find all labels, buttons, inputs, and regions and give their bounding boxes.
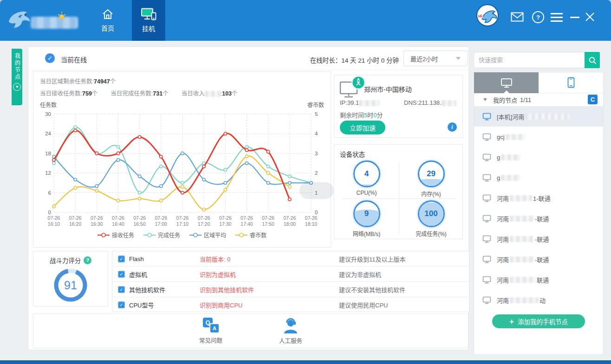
redacted-node-name — [525, 114, 569, 120]
bottom-strip — [0, 360, 611, 364]
svg-text:07-26: 07-26 — [176, 215, 189, 221]
titlebar: 首页 挂机 Hi ? — [0, 0, 611, 41]
node-name: 河南动 — [497, 296, 546, 305]
line-chart[interactable]: 302418126054321007-2616:1007-2616:2007-2… — [40, 109, 324, 228]
node-list-item[interactable]: g — [474, 147, 603, 167]
node-name-suffix: 动 — [540, 296, 546, 305]
monitor-icon — [482, 317, 491, 319]
search-button[interactable] — [585, 52, 600, 68]
left-axis-title: 任务数 — [40, 101, 57, 109]
svg-text:07-26: 07-26 — [283, 215, 296, 221]
node-list-item[interactable]: 河南-联通 — [474, 208, 603, 229]
stat-label: 当日完成任务数: — [110, 90, 153, 97]
ip-address: IP:39.1 — [340, 99, 379, 106]
node-list-item[interactable]: 河南动 — [474, 290, 603, 310]
monitor-icon — [482, 113, 491, 121]
table-row[interactable]: ✓其他挂机软件识别到其他挂机软件建议不安装其他挂机软件 — [112, 282, 469, 297]
stat-value: 759 — [82, 90, 92, 97]
node-name-suffix: -联通 — [535, 214, 549, 223]
node-list-header[interactable]: 我的节点 1/11 C — [474, 93, 603, 106]
legend-item[interactable]: 睿币数 — [235, 231, 266, 239]
score-value: 91 — [52, 267, 89, 303]
search-icon — [588, 56, 597, 64]
legend-label: 区域平均 — [204, 231, 226, 239]
minimize-icon[interactable] — [570, 17, 579, 18]
tab-idle-machine[interactable]: 挂机 — [132, 0, 165, 41]
node-list-item[interactable]: gcj — [474, 127, 603, 147]
redacted-ip — [359, 100, 379, 106]
check-item-suggestion: 建议升级到11及以上版本 — [339, 255, 406, 263]
table-row[interactable]: ✓虚拟机识别为虚拟机建议为非虚拟机 — [112, 267, 469, 282]
customer-service-label: 人工服务 — [279, 336, 302, 345]
node-name-prefix: 河南 — [497, 214, 509, 223]
close-icon[interactable] — [585, 12, 595, 22]
node-list-item[interactable]: g — [474, 167, 603, 188]
redacted-node-name — [501, 175, 520, 181]
accelerate-button[interactable]: 立即加速 — [340, 121, 385, 134]
info-icon[interactable]: i — [448, 122, 457, 132]
mobile-nodes-tab[interactable] — [539, 72, 603, 93]
legend-item[interactable]: 接收任务 — [98, 231, 134, 239]
device-metrics: 4CPU(%)29内存(%)9网络(MB/s)100完成任务(%) — [334, 159, 463, 238]
main-panel: ✓ 当前在线 在线时长：14 天 21 小时 0 分钟 最近2小时 当日区域剩余… — [28, 46, 469, 350]
check-item-status: 当前版本: 0 — [200, 255, 339, 263]
legend-marker — [189, 232, 202, 238]
metric-label: 网络(MB/s) — [353, 230, 380, 237]
time-range-select[interactable]: 最近2小时 — [403, 51, 468, 66]
daily-stat: 当日完成任务数:731个 — [110, 90, 168, 97]
avatar[interactable]: Hi — [476, 4, 499, 26]
node-list-item[interactable]: 河南-联通 — [474, 229, 603, 249]
search-input[interactable] — [474, 52, 585, 68]
mail-icon[interactable] — [511, 12, 524, 22]
legend-item[interactable]: 区域平均 — [189, 231, 226, 239]
node-list-item[interactable]: [本机]河南 — [474, 106, 603, 127]
remaining-time: 剩余时间5时0分 — [340, 110, 383, 119]
check-item-name: Flash — [129, 255, 200, 262]
menu-icon[interactable] — [551, 13, 563, 22]
my-nodes-side-tab-label: 我的节点 — [14, 53, 20, 81]
chevron-down-icon — [483, 98, 487, 101]
tab-home[interactable]: 首页 — [91, 0, 124, 41]
refresh-button[interactable]: C — [588, 95, 598, 104]
legend-marker — [98, 232, 110, 238]
add-mobile-node-button[interactable]: + 添加我的手机节点 — [492, 314, 585, 328]
online-status-label: 当前在线 — [61, 55, 87, 64]
node-list-item[interactable]: 河南1-联通 — [474, 188, 603, 208]
customer-service-link[interactable]: 人工服务 — [271, 317, 311, 345]
svg-text:07-26: 07-26 — [305, 215, 318, 221]
svg-text:07-26: 07-26 — [198, 215, 210, 221]
svg-text:17:50: 17:50 — [262, 221, 274, 227]
help-icon[interactable]: ? — [532, 11, 544, 23]
check-item-suggestion: 建议为非虚拟机 — [339, 270, 381, 279]
stat-unit: 个 — [232, 90, 238, 97]
node-name-prefix: 河南 — [497, 296, 509, 305]
dns-address: DNS:211.138. — [404, 99, 456, 106]
svg-text:07-26: 07-26 — [262, 215, 274, 221]
score-donut: 91 — [52, 267, 89, 303]
legend-item[interactable]: 完成任务 — [143, 231, 180, 239]
svg-text:07-26: 07-26 — [219, 215, 232, 221]
score-help-icon[interactable]: ? — [84, 256, 91, 264]
svg-text:17:40: 17:40 — [240, 221, 253, 227]
svg-text:07-26: 07-26 — [240, 215, 253, 221]
my-nodes-side-tab[interactable]: 我的节点 — [12, 49, 22, 105]
online-duration: 在线时长：14 天 21 小时 0 分钟 — [310, 55, 399, 64]
device-metric: 9网络(MB/s) — [334, 198, 399, 238]
metric-circle: 100 — [418, 200, 445, 227]
desktop-nodes-tab[interactable] — [474, 72, 539, 93]
svg-text:5: 5 — [315, 111, 318, 117]
device-metric: 29内存(%) — [399, 159, 463, 198]
node-name-prefix: gcj — [497, 134, 505, 140]
node-count: 1/11 — [520, 96, 531, 103]
footer-card: QA 常见问题 人工服务 — [33, 313, 468, 348]
redacted-node-name — [510, 216, 534, 222]
faq-link[interactable]: QA 常见问题 — [191, 318, 231, 345]
svg-text:17:20: 17:20 — [198, 221, 210, 227]
table-row[interactable]: ✓CPU型号识别到商用CPU建议使用民用CPU — [112, 297, 469, 313]
app-window: 首页 挂机 Hi ? — [0, 0, 611, 364]
checked-checkbox-icon: ✓ — [118, 271, 125, 278]
table-row[interactable]: ✓Flash当前版本: 0建议升级到11及以上版本 — [112, 251, 469, 267]
node-name-suffix: -联通 — [535, 235, 549, 243]
node-list-item[interactable]: 河南联通 — [474, 269, 603, 290]
node-list-item[interactable]: 河南-联通 — [474, 249, 603, 269]
